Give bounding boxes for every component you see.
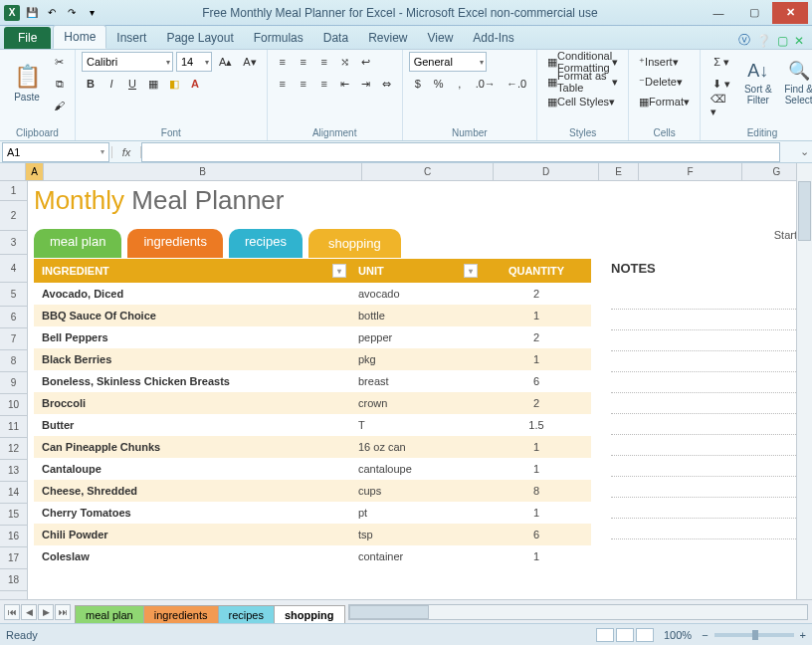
table-row[interactable]: Boneless, Skinless Chicken Breastsbreast… xyxy=(34,370,591,392)
currency-icon[interactable]: $ xyxy=(409,74,427,94)
tab-home[interactable]: Home xyxy=(53,25,106,49)
align-top-icon[interactable]: ≡ xyxy=(274,52,292,72)
comma-icon[interactable]: , xyxy=(451,74,469,94)
row-header[interactable]: 3 xyxy=(0,231,27,255)
help-icon[interactable]: ❔ xyxy=(756,34,771,48)
bold-button[interactable]: B xyxy=(82,74,100,94)
row-header[interactable]: 4 xyxy=(0,255,27,283)
tab-insert[interactable]: Insert xyxy=(106,27,156,49)
row-header[interactable]: 1 xyxy=(0,181,27,201)
col-unit[interactable]: UNIT xyxy=(358,265,384,277)
row-header[interactable]: 12 xyxy=(0,438,27,460)
table-row[interactable]: Bell Pepperspepper2 xyxy=(34,326,591,348)
zoom-out-icon[interactable]: − xyxy=(702,629,708,641)
insert-cells-button[interactable]: ⁺ Insert ▾ xyxy=(635,52,683,72)
tab-page-layout[interactable]: Page Layout xyxy=(156,27,243,49)
row-header[interactable]: 11 xyxy=(0,416,27,438)
zoom-slider[interactable] xyxy=(714,633,794,637)
sheet-tab-recipes[interactable]: recipes xyxy=(218,605,275,624)
align-center-icon[interactable]: ≡ xyxy=(295,74,312,94)
format-cells-button[interactable]: ▦ Format ▾ xyxy=(635,92,694,111)
table-row[interactable]: Broccolicrown2 xyxy=(34,392,591,414)
row-header[interactable]: 14 xyxy=(0,482,27,504)
doc-tab-ingredients[interactable]: ingredients xyxy=(127,229,223,258)
sheet-tab-meal-plan[interactable]: meal plan xyxy=(75,605,144,624)
increase-decimal-icon[interactable]: .0→ xyxy=(472,74,500,94)
tab-data[interactable]: Data xyxy=(313,27,358,49)
horizontal-scrollbar[interactable] xyxy=(348,604,809,620)
tab-formulas[interactable]: Formulas xyxy=(244,27,313,49)
formula-input[interactable] xyxy=(141,142,780,162)
copy-icon[interactable]: ⧉ xyxy=(50,74,69,94)
decrease-font-icon[interactable]: A▾ xyxy=(239,52,260,72)
percent-icon[interactable]: % xyxy=(430,74,448,94)
minimize-ribbon-icon[interactable]: ⓥ xyxy=(738,32,750,49)
delete-cells-button[interactable]: ⁻ Delete ▾ xyxy=(635,72,687,92)
fill-color-icon[interactable]: ◧ xyxy=(165,74,183,94)
close-button[interactable]: ✕ xyxy=(772,2,808,24)
orientation-icon[interactable]: ⤭ xyxy=(336,52,354,72)
clear-icon[interactable]: ⌫ ▾ xyxy=(707,96,737,115)
name-box[interactable]: A1▾ xyxy=(2,142,109,162)
col-header-a[interactable]: A xyxy=(26,163,44,180)
autosum-icon[interactable]: Σ ▾ xyxy=(707,52,737,72)
select-all-corner[interactable] xyxy=(0,163,26,181)
col-header-c[interactable]: C xyxy=(362,163,494,180)
italic-button[interactable]: I xyxy=(102,74,120,94)
table-row[interactable]: ButterT1.5 xyxy=(34,414,591,436)
save-icon[interactable]: 💾 xyxy=(24,5,40,21)
tab-review[interactable]: Review xyxy=(358,27,417,49)
table-row[interactable]: Can Pineapple Chunks16 oz can1 xyxy=(34,436,591,458)
row-header[interactable]: 8 xyxy=(0,350,27,372)
find-select-button[interactable]: 🔍Find & Select xyxy=(779,52,812,113)
formula-expand-icon[interactable]: ⌄ xyxy=(796,145,812,158)
number-format-combo[interactable]: General xyxy=(409,52,487,72)
doc-tab-meal-plan[interactable]: meal plan xyxy=(34,229,121,258)
fx-icon[interactable]: fx xyxy=(111,146,141,158)
col-header-f[interactable]: F xyxy=(639,163,742,180)
doc-tab-shopping[interactable]: shopping xyxy=(308,229,401,258)
zoom-in-icon[interactable]: + xyxy=(800,629,806,641)
excel-app-icon[interactable]: X xyxy=(4,5,20,21)
increase-font-icon[interactable]: A▴ xyxy=(215,52,236,72)
increase-indent-icon[interactable]: ⇥ xyxy=(357,74,375,94)
filter-icon[interactable]: ▾ xyxy=(332,264,346,278)
col-header-d[interactable]: D xyxy=(494,163,599,180)
table-row[interactable]: Coleslawcontainer1 xyxy=(34,545,591,567)
table-row[interactable]: Chili Powdertsp6 xyxy=(34,524,591,545)
format-painter-icon[interactable]: 🖌 xyxy=(50,96,69,115)
redo-icon[interactable]: ↷ xyxy=(64,5,80,21)
sheet-nav-first-icon[interactable]: ⏮ xyxy=(4,604,20,620)
row-header[interactable]: 17 xyxy=(0,547,27,569)
table-row[interactable]: Black Berriespkg1 xyxy=(34,348,591,370)
font-size-combo[interactable]: 14 xyxy=(176,52,212,72)
restore-window-icon[interactable]: ▢ xyxy=(777,34,788,48)
sheet-tab-ingredients[interactable]: ingredients xyxy=(143,605,219,624)
align-right-icon[interactable]: ≡ xyxy=(315,74,333,94)
font-color-icon[interactable]: A xyxy=(186,74,204,94)
font-name-combo[interactable]: Calibri xyxy=(82,52,173,72)
merge-center-icon[interactable]: ⇔ xyxy=(378,74,396,94)
row-header[interactable]: 10 xyxy=(0,394,27,416)
qat-dropdown-icon[interactable]: ▾ xyxy=(84,5,100,21)
doc-tab-recipes[interactable]: recipes xyxy=(229,229,303,258)
filter-icon[interactable]: ▾ xyxy=(464,264,478,278)
align-bottom-icon[interactable]: ≡ xyxy=(315,52,333,72)
decrease-indent-icon[interactable]: ⇤ xyxy=(336,74,354,94)
sort-filter-button[interactable]: A↓Sort & Filter xyxy=(738,52,777,113)
row-header[interactable]: 5 xyxy=(0,283,27,307)
cell-styles-button[interactable]: ▦ Cell Styles ▾ xyxy=(543,92,619,111)
sheet-content[interactable]: Monthly Meal Planner Start D meal plan i… xyxy=(28,181,812,599)
decrease-decimal-icon[interactable]: ←.0 xyxy=(503,74,530,94)
align-left-icon[interactable]: ≡ xyxy=(274,74,292,94)
row-header[interactable]: 9 xyxy=(0,372,27,394)
row-header[interactable]: 6 xyxy=(0,307,27,328)
zoom-level[interactable]: 100% xyxy=(664,629,692,641)
row-header[interactable]: 13 xyxy=(0,460,27,482)
underline-button[interactable]: U xyxy=(123,74,141,94)
table-row[interactable]: BBQ Sauce Of Choicebottle1 xyxy=(34,305,591,326)
tab-view[interactable]: View xyxy=(418,27,464,49)
table-row[interactable]: Cantaloupecantaloupe1 xyxy=(34,458,591,480)
table-row[interactable]: Cheese, Shreddedcups8 xyxy=(34,480,591,502)
tab-file[interactable]: File xyxy=(4,27,51,49)
